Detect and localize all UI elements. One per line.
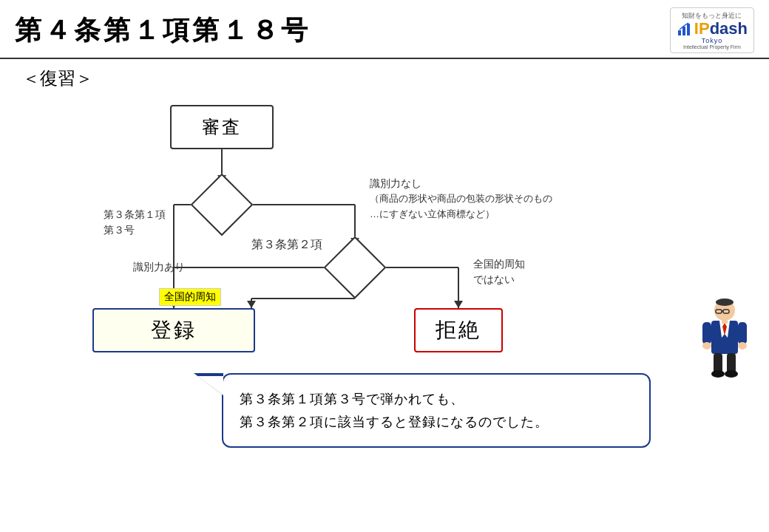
svg-point-35 xyxy=(711,370,725,378)
svg-rect-0 xyxy=(678,30,681,35)
label-3j1k3g: 第３条第１項 第３号 xyxy=(104,207,166,238)
diamond-2 xyxy=(324,236,387,299)
svg-rect-1 xyxy=(682,27,685,35)
speech-bubble: 第３条第１項第３号で弾かれても、 第３条第２項に該当すると登録になるのでした。 xyxy=(222,373,651,448)
svg-rect-28 xyxy=(722,319,728,324)
touroku-label: 登録 xyxy=(151,316,197,344)
label-3j2k: 第３条第２項 xyxy=(251,236,322,253)
shinsa-box: 審査 xyxy=(170,105,274,149)
flowchart: 審査 登録 拒絶 第３条第１項 第３号 識別力あり 第３条第２項 識別力なし （ xyxy=(52,98,717,386)
logo-ip: IP xyxy=(694,19,710,38)
logo-sub-text: Tokyo xyxy=(702,37,723,44)
svg-rect-29 xyxy=(702,322,711,344)
label-shikibetsu-nashi: 識別力なし （商品の形状や商品の包装の形状そのもの …にすぎない立体商標など） xyxy=(370,175,552,222)
speech-line2: 第３条第２項に該当すると登録になるのでした。 xyxy=(240,411,633,434)
diamond-1 xyxy=(191,174,254,236)
logo-chart-icon xyxy=(677,21,694,36)
svg-point-36 xyxy=(725,370,738,378)
logo: 知財をもっと身近に IPdash Tokyo Intellectual Prop… xyxy=(670,7,754,53)
header: 第４条第１項第１８号 知財をもっと身近に IPdash Tokyo Intell… xyxy=(0,0,769,59)
svg-marker-19 xyxy=(247,301,256,308)
logo-bottom-text: Intellectual Property Firm xyxy=(683,44,741,50)
speech-line1: 第３条第１項第３号で弾かれても、 xyxy=(240,388,633,411)
section-subtitle: ＜復習＞ xyxy=(22,66,747,90)
svg-marker-15 xyxy=(454,301,463,308)
zenkoku-nai-1: 全国的周知 xyxy=(473,256,525,272)
logo-dash: dash xyxy=(710,19,748,38)
page-title: 第４条第１項第１８号 xyxy=(15,13,311,49)
character-figure xyxy=(695,297,754,378)
kyozetsu-box: 拒絶 xyxy=(414,308,503,352)
character-svg xyxy=(695,297,754,378)
shikibetsu-nashi-title: 識別力なし xyxy=(370,175,552,191)
logo-main: IPdash xyxy=(694,21,748,37)
shinsa-label: 審査 xyxy=(202,115,242,139)
svg-point-31 xyxy=(702,342,711,349)
label-zenkoku-nai: 全国的周知 ではない xyxy=(473,256,525,287)
kyozetsu-label: 拒絶 xyxy=(436,316,481,344)
touroku-box: 登録 xyxy=(92,308,255,352)
zenkoku-nai-2: ではない xyxy=(473,272,525,287)
main-content: ＜復習＞ xyxy=(0,59,769,393)
shikibetsu-nashi-sub: （商品の形状や商品の包装の形状そのもの …にすぎない立体商標など） xyxy=(370,191,552,222)
svg-point-32 xyxy=(738,342,747,349)
svg-rect-30 xyxy=(738,322,747,344)
label-shikibetsu-ari: 識別力あり xyxy=(133,260,185,275)
svg-rect-2 xyxy=(687,24,690,35)
zenkoku-yellow-label: 全国的周知 xyxy=(159,288,221,306)
svg-point-21 xyxy=(716,299,734,306)
